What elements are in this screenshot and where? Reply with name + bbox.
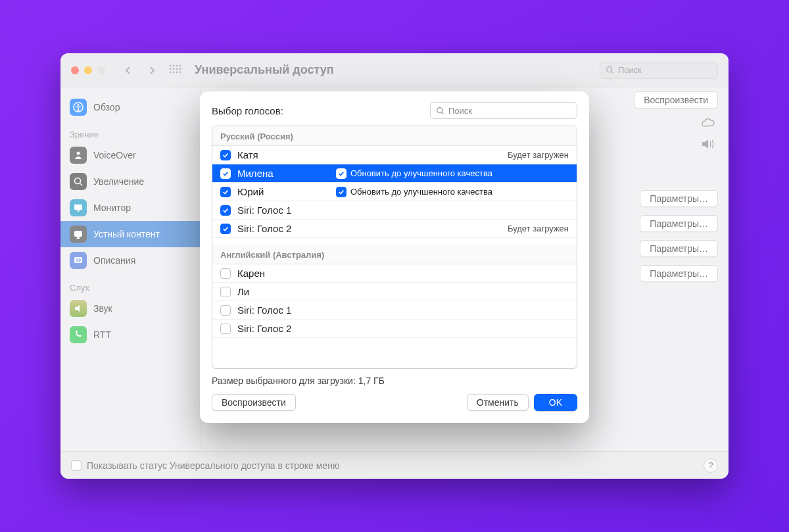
svg-point-4 — [170, 68, 172, 70]
voice-checkbox[interactable] — [220, 287, 231, 297]
sidebar-item-zoom[interactable]: Увеличение — [60, 168, 201, 195]
svg-point-7 — [179, 68, 181, 70]
voice-checkbox[interactable] — [220, 224, 231, 234]
svg-rect-17 — [74, 205, 82, 210]
upgrade-option[interactable]: Обновить до улучшенного качества — [336, 168, 492, 179]
svg-point-9 — [173, 71, 175, 73]
voiceover-icon — [70, 147, 87, 164]
sidebar: Обзор Зрение VoiceOver Увеличение Монито… — [60, 87, 201, 451]
voice-row[interactable]: Милена Обновить до улучшенного качества — [212, 164, 577, 183]
svg-point-22 — [437, 107, 442, 112]
modal-ok-button[interactable]: OK — [534, 394, 577, 411]
voice-name: Юрий — [237, 186, 329, 197]
params-button-1[interactable]: Параметры… — [640, 190, 718, 207]
sidebar-label: Устный контент — [93, 229, 160, 239]
close-button[interactable] — [71, 66, 79, 74]
speech-icon — [70, 226, 87, 243]
sidebar-section-hearing: Слух — [60, 274, 201, 295]
titlebar: Универсальный доступ Поиск — [60, 53, 729, 87]
minimize-button[interactable] — [84, 66, 92, 74]
voice-row[interactable]: Карен — [212, 264, 577, 283]
voice-name: Карен — [237, 268, 329, 279]
voice-checkbox[interactable] — [220, 305, 231, 316]
download-size-label: Размер выбранного для загрузки: 1,7 ГБ — [212, 375, 577, 386]
forward-button[interactable] — [145, 63, 159, 78]
modal-play-button[interactable]: Воспроизвести — [212, 394, 296, 411]
svg-point-16 — [75, 178, 81, 184]
modal-header: Выбор голосов: Поиск — [212, 102, 577, 119]
sidebar-section-vision: Зрение — [60, 120, 201, 142]
sidebar-item-speech[interactable]: Устный контент — [60, 221, 201, 247]
help-button[interactable]: ? — [704, 458, 718, 473]
sidebar-item-sound[interactable]: Звук — [60, 295, 201, 322]
show-status-checkbox[interactable] — [71, 460, 82, 471]
upgrade-option[interactable]: Обновить до улучшенного качества — [336, 187, 492, 197]
svg-point-2 — [176, 64, 178, 66]
modal-footer: Воспроизвести Отменить OK — [212, 394, 577, 411]
search-placeholder: Поиск — [618, 65, 642, 75]
sidebar-item-monitor[interactable]: Монитор — [60, 195, 201, 221]
play-button[interactable]: Воспроизвести — [634, 91, 718, 109]
voice-list[interactable]: Русский (Россия) Катя Будет загружен Мил… — [212, 126, 577, 369]
modal-cancel-button[interactable]: Отменить — [467, 394, 529, 411]
sidebar-label: Описания — [93, 255, 135, 266]
upgrade-label: Обновить до улучшенного качества — [350, 187, 492, 197]
voice-row[interactable]: Siri: Голос 2 — [212, 320, 577, 338]
params-button-2[interactable]: Параметры… — [640, 215, 718, 232]
sidebar-label: Обзор — [93, 102, 120, 112]
voice-row[interactable]: Siri: Голос 2 Будет загружен — [212, 220, 577, 238]
svg-point-6 — [176, 68, 178, 70]
sidebar-item-rtt[interactable]: RTT — [60, 322, 201, 348]
sidebar-item-voiceover[interactable]: VoiceOver — [60, 142, 201, 168]
voice-name: Siri: Голос 1 — [237, 304, 329, 316]
upgrade-label: Обновить до улучшенного качества — [350, 168, 492, 178]
sidebar-item-descriptions[interactable]: 99 Описания — [60, 247, 201, 274]
params-button-4[interactable]: Параметры… — [640, 265, 718, 282]
search-field[interactable]: Поиск — [600, 62, 718, 79]
sidebar-label: Монитор — [93, 203, 131, 213]
show-all-icon[interactable] — [168, 64, 181, 77]
sidebar-label: RTT — [93, 329, 111, 340]
voice-checkbox[interactable] — [220, 205, 231, 216]
show-status-label: Показывать статус Универсального доступа… — [87, 460, 339, 471]
voice-row[interactable]: Катя Будет загружен — [212, 146, 577, 164]
modal-search-field[interactable]: Поиск — [430, 102, 577, 119]
svg-point-0 — [170, 64, 172, 66]
voice-row[interactable]: Ли — [212, 283, 577, 301]
svg-point-14 — [78, 104, 80, 106]
svg-rect-18 — [77, 210, 80, 212]
voice-checkbox[interactable] — [336, 168, 347, 179]
traffic-lights — [71, 66, 105, 74]
voice-checkbox[interactable] — [220, 168, 231, 179]
svg-point-11 — [179, 71, 181, 73]
voice-row[interactable]: Siri: Голос 1 — [212, 301, 577, 320]
voice-checkbox[interactable] — [220, 324, 231, 334]
voice-checkbox[interactable] — [220, 268, 231, 279]
sidebar-label: Звук — [93, 303, 112, 314]
svg-point-10 — [176, 71, 178, 73]
svg-point-12 — [607, 67, 612, 72]
search-icon — [436, 107, 444, 115]
voice-checkbox[interactable] — [220, 150, 231, 160]
sidebar-item-overview[interactable]: Обзор — [60, 94, 201, 120]
accessibility-icon — [70, 99, 87, 116]
params-button-3[interactable]: Параметры… — [640, 240, 718, 257]
back-button[interactable] — [121, 63, 135, 78]
voice-name: Милена — [237, 168, 329, 179]
sidebar-label: Увеличение — [93, 176, 144, 187]
voice-status: Будет загружен — [508, 150, 569, 160]
modal-search-placeholder: Поиск — [448, 106, 472, 116]
voice-row[interactable]: Юрий Обновить до улучшенного качества — [212, 183, 577, 201]
voice-checkbox[interactable] — [336, 187, 347, 197]
svg-point-1 — [173, 64, 175, 66]
svg-rect-19 — [74, 231, 82, 237]
search-icon — [606, 66, 614, 74]
sidebar-label: VoiceOver — [93, 150, 136, 160]
voice-name: Ли — [237, 286, 329, 297]
voice-row[interactable]: Siri: Голос 1 — [212, 201, 577, 220]
maximize-button[interactable] — [97, 66, 105, 74]
svg-point-5 — [173, 68, 175, 70]
sound-icon — [70, 300, 87, 317]
group-english-au: Английский (Австралия) — [212, 245, 577, 264]
voice-checkbox[interactable] — [220, 187, 231, 197]
